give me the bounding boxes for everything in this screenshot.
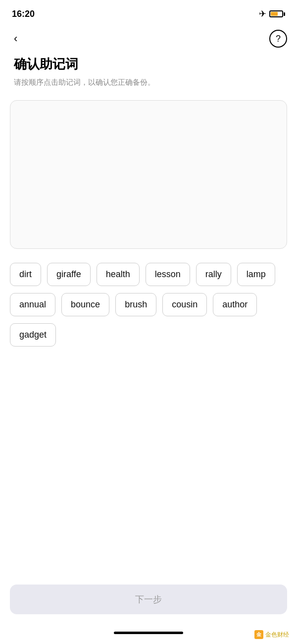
status-icons: ✈ xyxy=(259,8,285,19)
battery-icon xyxy=(269,10,285,17)
word-chip-gadget[interactable]: gadget xyxy=(10,323,56,347)
selection-box xyxy=(10,100,287,249)
page-title: 确认助记词 xyxy=(14,56,283,73)
battery-fill xyxy=(271,12,278,16)
word-chip-annual[interactable]: annual xyxy=(10,293,55,316)
status-time: 16:20 xyxy=(12,9,35,19)
word-chip-rally[interactable]: rally xyxy=(196,263,231,286)
word-chip-bounce[interactable]: bounce xyxy=(61,293,109,316)
next-button[interactable]: 下一步 xyxy=(10,585,287,614)
airplane-icon: ✈ xyxy=(259,8,266,19)
word-chip-giraffe[interactable]: giraffe xyxy=(47,263,91,286)
word-chip-cousin[interactable]: cousin xyxy=(162,293,207,316)
word-chip-brush[interactable]: brush xyxy=(115,293,156,316)
watermark-icon: 金 xyxy=(254,630,263,639)
nav-bar: ‹ ? xyxy=(0,26,297,52)
page-header: 确认助记词 请按顺序点击助记词，以确认您正确备份。 xyxy=(0,52,297,96)
words-area: dirtgiraffehealthlessonrallylampannualbo… xyxy=(0,259,297,347)
help-button[interactable]: ? xyxy=(269,30,287,48)
word-chip-author[interactable]: author xyxy=(213,293,257,316)
word-chip-health[interactable]: health xyxy=(97,263,140,286)
watermark: 金 金色财经 xyxy=(254,630,289,639)
word-chip-lesson[interactable]: lesson xyxy=(146,263,190,286)
word-chip-dirt[interactable]: dirt xyxy=(10,263,41,286)
battery-tip xyxy=(284,12,285,16)
back-button[interactable]: ‹ xyxy=(10,30,21,47)
home-indicator xyxy=(114,632,183,634)
page-subtitle: 请按顺序点击助记词，以确认您正确备份。 xyxy=(14,77,283,88)
battery-body xyxy=(269,10,283,17)
watermark-text: 金色财经 xyxy=(265,631,289,639)
status-bar: 16:20 ✈ xyxy=(0,0,297,26)
word-chip-lamp[interactable]: lamp xyxy=(237,263,275,286)
bottom-area: 下一步 xyxy=(10,585,287,614)
